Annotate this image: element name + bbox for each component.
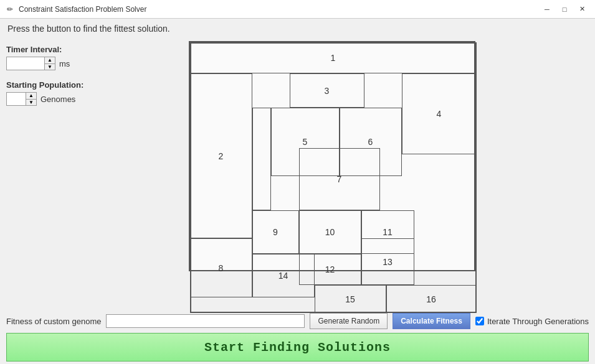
population-spinner[interactable]: 50 ▲ ▼ [6,92,37,106]
minimize-button[interactable]: ─ [539,3,555,16]
puzzle-cell-9: 9 [252,210,299,254]
status-text: Press the button to find the fittest sol… [7,24,170,34]
puzzle-cell-14: 14 [252,254,315,297]
iterate-checkbox-wrap[interactable]: Iterate Through Generations [475,317,589,326]
fitness-input[interactable] [106,314,305,328]
timer-group: Timer Interval: 500 ▲ ▼ ms [6,45,150,70]
population-up-btn[interactable]: ▲ [26,93,36,99]
right-spacer [514,39,589,309]
title-bar: ✏ Constraint Satisfaction Problem Solver… [0,0,595,19]
iterate-checkbox[interactable] [475,317,484,325]
population-down-btn[interactable]: ▼ [26,99,36,105]
population-row: 50 ▲ ▼ Genomes [6,92,150,106]
fitness-label: Fitness of custom genome [6,317,101,326]
iterate-label: Iterate Through Generations [487,317,589,326]
timer-up-btn[interactable]: ▲ [45,57,55,63]
window-controls: ─ □ ✕ [539,3,590,16]
puzzle-cell-13: 13 [361,238,414,285]
population-spinner-btns: ▲ ▼ [26,93,36,105]
puzzle-area: 12345678910111213141516 [150,39,514,309]
puzzle-cell-16: 16 [386,285,477,313]
puzzle-cell-8: 8 [190,238,252,297]
timer-row: 500 ▲ ▼ ms [6,57,150,70]
puzzle-cell-7: 7 [299,148,380,210]
app-icon: ✏ [5,4,15,14]
puzzle-cell-10: 10 [299,210,361,254]
population-unit: Genomes [40,95,75,104]
population-label: Starting Population: [6,80,150,90]
title-text: Constraint Satisfaction Problem Solver [19,5,539,14]
population-input[interactable]: 50 [7,93,26,105]
bottom-bar: Fitness of custom genome Generate Random… [0,309,595,364]
puzzle-cell-2: 2 [190,73,252,238]
timer-label: Timer Interval: [6,45,150,54]
timer-down-btn[interactable]: ▼ [45,63,55,70]
puzzle-cell- [252,108,271,210]
maximize-button[interactable]: □ [556,3,573,16]
close-button[interactable]: ✕ [574,3,590,16]
puzzle-cell-15: 15 [315,285,386,313]
puzzle-cell-1: 1 [190,42,477,73]
status-bar: Press the button to find the fittest sol… [0,19,595,39]
start-button[interactable]: Start Finding Solutions [6,333,589,362]
left-panel: Timer Interval: 500 ▲ ▼ ms Starting Popu… [6,39,150,309]
fitness-row: Fitness of custom genome Generate Random… [6,313,589,329]
population-group: Starting Population: 50 ▲ ▼ Genomes [6,80,150,106]
puzzle-cell-3: 3 [290,73,364,108]
timer-spinner[interactable]: 500 ▲ ▼ [6,57,55,70]
puzzle-container: 12345678910111213141516 [189,41,475,271]
timer-spinner-btns: ▲ ▼ [44,57,55,70]
timer-unit: ms [59,59,70,68]
generate-random-button[interactable]: Generate Random [310,313,388,329]
timer-input[interactable]: 500 [7,57,44,70]
main-content: Press the button to find the fittest sol… [0,19,595,364]
body-area: Timer Interval: 500 ▲ ▼ ms Starting Popu… [0,39,595,309]
puzzle-cell-4: 4 [402,73,477,154]
calculate-fitness-button[interactable]: Calculate Fitness [393,313,470,329]
